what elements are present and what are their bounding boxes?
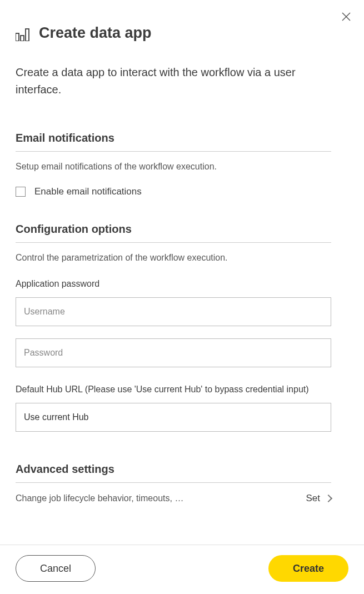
svg-rect-2	[16, 33, 19, 41]
create-button[interactable]: Create	[268, 555, 348, 582]
enable-email-checkbox-row: Enable email notifications	[16, 186, 331, 197]
configuration-options-section: Configuration options Control the parame…	[16, 223, 331, 437]
enable-email-checkbox[interactable]	[16, 187, 26, 197]
bar-chart-icon	[16, 26, 31, 41]
email-notifications-subtitle: Setup email notifications of the workflo…	[16, 162, 331, 172]
hub-url-label: Default Hub URL (Please use 'Use current…	[16, 383, 331, 396]
email-notifications-title: Email notifications	[16, 132, 331, 152]
cancel-button[interactable]: Cancel	[16, 555, 96, 582]
dialog-description: Create a data app to interact with the w…	[16, 64, 327, 132]
dialog-title: Create data app	[39, 24, 152, 42]
hub-url-input[interactable]	[16, 403, 331, 432]
username-input[interactable]	[16, 297, 331, 326]
password-input[interactable]	[16, 338, 331, 367]
create-data-app-dialog: Create data app Create a data app to int…	[0, 0, 364, 594]
configuration-options-title: Configuration options	[16, 223, 331, 243]
chevron-right-icon	[325, 495, 332, 502]
advanced-settings-subtitle: Change job lifecycle behavior, timeouts,…	[16, 493, 183, 503]
application-password-label: Application password	[16, 277, 331, 291]
dialog-footer: Cancel Create	[0, 545, 364, 594]
enable-email-label: Enable email notifications	[34, 186, 142, 197]
advanced-settings-set-button[interactable]: Set	[306, 493, 331, 504]
email-notifications-section: Email notifications Setup email notifica…	[16, 132, 331, 197]
svg-rect-4	[26, 29, 29, 41]
dialog-header: Create data app	[16, 0, 348, 64]
dialog-scroll-area[interactable]: Create data app Create a data app to int…	[0, 0, 364, 545]
svg-rect-3	[21, 36, 24, 41]
advanced-settings-section: Advanced settings Change job lifecycle b…	[16, 463, 331, 504]
advanced-settings-set-label: Set	[306, 493, 320, 504]
advanced-settings-title: Advanced settings	[16, 463, 331, 483]
configuration-options-subtitle: Control the parametrization of the workf…	[16, 253, 331, 263]
